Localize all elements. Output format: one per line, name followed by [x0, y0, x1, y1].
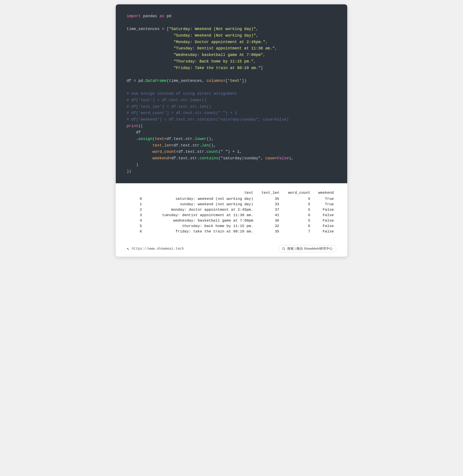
cell-text-len: 37: [256, 207, 282, 212]
table-row: 5 thursday: back home by 11:15 pm. 32 6 …: [127, 223, 336, 229]
search-label: 搜索 | 微信 ShowMeAI研究中心: [287, 247, 333, 251]
search-badge[interactable]: 搜索 | 微信 ShowMeAI研究中心: [278, 245, 336, 252]
cell-text: monday: doctor appointment at 2:45pm.: [147, 207, 256, 212]
table-body: 0 saturday: weekend (not working day) 35…: [127, 196, 336, 234]
cell-word-count: 5: [282, 218, 313, 223]
code-blank-3: [127, 84, 336, 91]
cell-idx: 6: [127, 229, 147, 234]
code-line-ts2: "Sunday: Weekend (Not working day)",: [127, 32, 336, 39]
table-row: 1 sunday: weekend (not working day) 33 5…: [127, 202, 336, 207]
code-line-df-indent: df: [127, 129, 336, 136]
cell-idx: 5: [127, 223, 147, 229]
code-line-ts7: "Friday: Take the train at 08:10 am."]: [127, 65, 336, 72]
cell-idx: 3: [127, 212, 147, 218]
code-line-ts1: time_sentences = ["Saturday: Weekend (No…: [127, 26, 336, 32]
col-header-word-count: word_count: [282, 190, 313, 196]
table-header-row: text text_len word_count weekend: [127, 190, 336, 196]
cell-idx: 1: [127, 202, 147, 207]
table-row: 3 tuesday: dentist appointment at 11:30 …: [127, 212, 336, 218]
cell-weekend: False: [313, 207, 336, 212]
cell-text-len: 35: [256, 196, 282, 202]
col-header-text: text: [147, 190, 256, 196]
code-line-word-count: word_count=df.text.str.count(" ") + 1,: [127, 149, 336, 155]
cell-weekend: True: [313, 202, 336, 207]
cell-text: saturday: weekend (not working day): [147, 196, 256, 202]
table-row: 4 wednesday: basketball game at 7:00pm 3…: [127, 218, 336, 223]
cell-word-count: 5: [282, 196, 313, 202]
code-line-text-len: text_len=df.text.str.len(),: [127, 142, 336, 149]
cell-text-len: 32: [256, 223, 282, 229]
main-container: import pandas as pd time_sentences = ["S…: [116, 4, 347, 257]
table-row: 6 friday: take the train at 08:10 am. 35…: [127, 229, 336, 234]
cell-text: tuesday: dentist appointment at 11:30 am…: [147, 212, 256, 218]
cell-word-count: 6: [282, 212, 313, 218]
footer-section: ↖ https://www.showmeai.tech 搜索 | 微信 Show…: [116, 243, 347, 257]
cell-word-count: 6: [282, 223, 313, 229]
code-blank-1: [127, 20, 336, 26]
cell-idx: 0: [127, 196, 147, 202]
code-line-import: import pandas as pd: [127, 13, 336, 20]
code-line-ts5: "Wednesday: basketball game At 7:00pm",: [127, 52, 336, 58]
keyword-import: import: [127, 14, 141, 18]
code-line-paren: ): [127, 162, 336, 168]
code-comment-4: # df['word_count'] = df.text.str.count("…: [127, 110, 336, 117]
col-header-idx: [127, 190, 147, 196]
code-line-assign: .assign(text=df.text.str.lower(),: [127, 136, 336, 142]
cell-weekend: False: [313, 212, 336, 218]
col-header-text-len: text_len: [256, 190, 282, 196]
code-line-df: df = pd.DataFrame(time_sentences, column…: [127, 78, 336, 84]
cell-idx: 4: [127, 218, 147, 223]
code-line-print-close: )): [127, 168, 336, 175]
cell-text: wednesday: basketball game at 7:00pm: [147, 218, 256, 223]
cell-word-count: 7: [282, 229, 313, 234]
cell-word-count: 5: [282, 207, 313, 212]
cell-text-len: 35: [256, 229, 282, 234]
code-section: import pandas as pd time_sentences = ["S…: [116, 4, 347, 183]
cell-text-len: 36: [256, 218, 282, 223]
code-line-weekend: weekend=df.text.str.contains("saturday|s…: [127, 155, 336, 162]
code-comment-2: # df['text'] = df.text.str.lower(): [127, 97, 336, 104]
cell-weekend: False: [313, 223, 336, 229]
data-table: text text_len word_count weekend 0 satur…: [127, 190, 336, 234]
cell-weekend: False: [313, 218, 336, 223]
code-blank-2: [127, 71, 336, 78]
code-line-ts4: "Tuesday: Dentist appointment at 11:30 a…: [127, 45, 336, 52]
code-comment-5: # df['weekend'] = df.text.str.contains("…: [127, 117, 336, 123]
cell-idx: 2: [127, 207, 147, 212]
search-icon: [282, 247, 285, 251]
code-line-ts3: "Monday: Doctor appointment at 2:45pm.",: [127, 39, 336, 45]
footer-left: ↖ https://www.showmeai.tech: [127, 246, 184, 251]
table-section: text text_len word_count weekend 0 satur…: [116, 183, 347, 243]
code-comment-1: # Use Assign instead of using direct ass…: [127, 90, 336, 97]
col-header-weekend: weekend: [313, 190, 336, 196]
cell-text: friday: take the train at 08:10 am.: [147, 229, 256, 234]
table-row: 2 monday: doctor appointment at 2:45pm. …: [127, 207, 336, 212]
cursor-icon: ↖: [127, 246, 129, 251]
code-line-print-open: print((: [127, 123, 336, 129]
svg-point-0: [282, 247, 284, 249]
code-line-ts6: "Thursday: Back home by 11:15 pm.",: [127, 58, 336, 65]
cell-text: sunday: weekend (not working day): [147, 202, 256, 207]
cell-text-len: 41: [256, 212, 282, 218]
table-row: 0 saturday: weekend (not working day) 35…: [127, 196, 336, 202]
cell-text-len: 33: [256, 202, 282, 207]
cell-weekend: False: [313, 229, 336, 234]
svg-line-1: [284, 249, 285, 250]
cell-text: thursday: back home by 11:15 pm.: [147, 223, 256, 229]
code-comment-3: # df['text_len'] = df.text.str.len(): [127, 104, 336, 110]
cell-word-count: 5: [282, 202, 313, 207]
cell-weekend: True: [313, 196, 336, 202]
footer-url[interactable]: https://www.showmeai.tech: [132, 247, 184, 251]
